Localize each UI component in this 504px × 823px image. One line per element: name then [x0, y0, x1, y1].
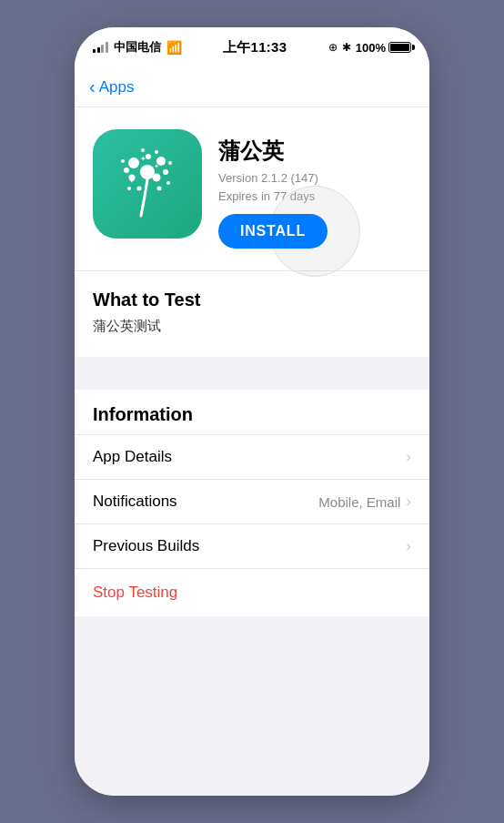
back-chevron-icon: ‹ — [89, 76, 96, 97]
app-details-row[interactable]: App Details › — [75, 434, 429, 479]
carrier-text: 中国电信 — [114, 39, 161, 56]
phone-frame: 中国电信 📶 上午11:33 ⊕ ✱ 100% ‹ Apps — [75, 27, 429, 796]
information-section: Information App Details › Notifications … — [75, 390, 429, 568]
svg-point-12 — [168, 161, 172, 165]
nav-bar: ‹ Apps — [75, 67, 429, 107]
svg-point-7 — [163, 169, 168, 175]
svg-point-1 — [128, 157, 139, 168]
svg-text:✦: ✦ — [154, 163, 159, 169]
app-name: 蒲公英 — [218, 137, 411, 166]
back-button[interactable]: ‹ Apps — [89, 77, 134, 97]
previous-builds-right: › — [406, 537, 411, 555]
install-button[interactable]: INSTALL — [218, 214, 328, 249]
svg-point-15 — [166, 181, 170, 185]
stop-testing-label: Stop Testing — [93, 584, 177, 601]
status-left: 中国电信 📶 — [93, 39, 182, 56]
notifications-row[interactable]: Notifications Mobile, Email › — [75, 479, 429, 523]
back-label: Apps — [99, 78, 135, 97]
svg-text:✦: ✦ — [129, 178, 135, 184]
app-info: 蒲公英 Version 2.1.2 (147) Expires in 77 da… — [218, 129, 411, 249]
notifications-right: Mobile, Email › — [318, 493, 411, 511]
app-icon-svg: ✦ ✦ ✦ ✦ — [106, 143, 188, 225]
what-to-test-section: What to Test 蒲公英测试 — [75, 270, 429, 357]
bluetooth-icon: ✱ — [342, 41, 351, 54]
status-time: 上午11:33 — [223, 39, 287, 56]
install-area: INSTALL — [218, 214, 411, 249]
battery-container: 100% — [356, 41, 411, 55]
what-to-test-description: 蒲公英测试 — [93, 318, 411, 335]
app-icon: ✦ ✦ ✦ ✦ — [93, 129, 202, 239]
app-version: Version 2.1.2 (147) — [218, 169, 411, 188]
notifications-label: Notifications — [93, 493, 177, 511]
battery-percent: 100% — [356, 41, 386, 55]
location-icon: ⊕ — [328, 41, 338, 54]
app-details-right: › — [406, 448, 411, 466]
app-icon-wrapper: ✦ ✦ ✦ ✦ — [93, 129, 202, 239]
svg-point-10 — [141, 148, 145, 152]
svg-point-8 — [137, 187, 142, 191]
app-details-label: App Details — [93, 448, 172, 466]
what-to-test-heading: What to Test — [93, 290, 411, 310]
app-details-chevron-icon: › — [406, 448, 411, 466]
status-bar: 中国电信 📶 上午11:33 ⊕ ✱ 100% — [75, 27, 429, 67]
content-area: ✦ ✦ ✦ ✦ 蒲公英 Version 2.1.2 (147) Expires … — [75, 107, 429, 796]
previous-builds-label: Previous Builds — [93, 537, 199, 555]
previous-builds-row[interactable]: Previous Builds › — [75, 523, 429, 568]
stop-testing-row[interactable]: Stop Testing — [75, 568, 429, 616]
wifi-icon: 📶 — [166, 40, 182, 55]
previous-builds-chevron-icon: › — [406, 537, 411, 555]
battery-icon — [388, 42, 411, 53]
signal-bars-icon — [93, 42, 108, 53]
svg-point-13 — [121, 159, 125, 163]
svg-text:✦: ✦ — [123, 168, 127, 173]
svg-point-14 — [127, 187, 131, 190]
notifications-chevron-icon: › — [406, 493, 411, 511]
information-section-title: Information — [75, 390, 429, 434]
svg-text:✦: ✦ — [140, 155, 146, 163]
status-right: ⊕ ✱ 100% — [328, 41, 411, 55]
battery-fill — [390, 44, 409, 51]
notifications-value: Mobile, Email — [318, 494, 400, 510]
svg-point-11 — [155, 150, 158, 154]
svg-point-3 — [153, 174, 161, 182]
app-header: ✦ ✦ ✦ ✦ 蒲公英 Version 2.1.2 (147) Expires … — [75, 107, 429, 270]
svg-point-9 — [157, 187, 162, 191]
